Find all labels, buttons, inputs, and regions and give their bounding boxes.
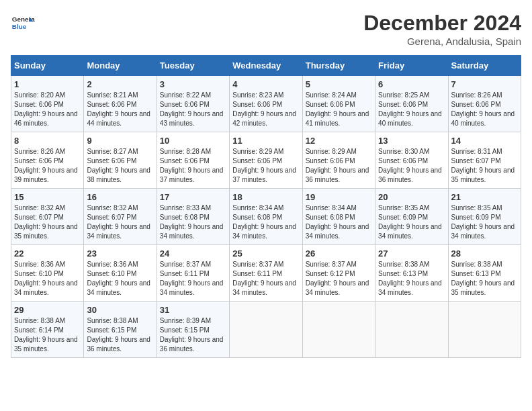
- day-info: Sunrise: 8:36 AMSunset: 6:10 PMDaylight:…: [14, 261, 78, 296]
- calendar-cell: 25 Sunrise: 8:37 AMSunset: 6:11 PMDaylig…: [230, 245, 302, 302]
- day-info: Sunrise: 8:24 AMSunset: 6:06 PMDaylight:…: [306, 91, 369, 127]
- weekday-tuesday: Tuesday: [157, 56, 229, 76]
- day-number: 11: [232, 136, 299, 146]
- calendar-table: SundayMondayTuesdayWednesdayThursdayFrid…: [11, 55, 521, 358]
- day-number: 7: [451, 79, 518, 89]
- calendar-cell: 4 Sunrise: 8:23 AMSunset: 6:06 PMDayligh…: [230, 76, 302, 132]
- day-info: Sunrise: 8:32 AMSunset: 6:07 PMDaylight:…: [87, 204, 150, 240]
- weekday-sunday: Sunday: [11, 56, 84, 76]
- day-number: 17: [160, 192, 226, 202]
- calendar-cell: 28 Sunrise: 8:38 AMSunset: 6:13 PMDaylig…: [448, 245, 521, 302]
- calendar-cell: 19 Sunrise: 8:34 AMSunset: 6:08 PMDaylig…: [302, 189, 375, 245]
- calendar-cell: [448, 302, 521, 358]
- calendar-cell: 30 Sunrise: 8:38 AMSunset: 6:15 PMDaylig…: [84, 302, 157, 358]
- calendar-cell: 14 Sunrise: 8:31 AMSunset: 6:07 PMDaylig…: [448, 132, 521, 189]
- day-info: Sunrise: 8:28 AMSunset: 6:06 PMDaylight:…: [160, 148, 224, 183]
- day-info: Sunrise: 8:26 AMSunset: 6:06 PMDaylight:…: [451, 91, 515, 127]
- logo-icon: General Blue: [11, 11, 35, 35]
- calendar-cell: 12 Sunrise: 8:29 AMSunset: 6:06 PMDaylig…: [302, 132, 375, 189]
- day-number: 14: [451, 136, 518, 146]
- calendar-cell: [230, 302, 302, 358]
- day-number: 22: [14, 248, 81, 259]
- day-info: Sunrise: 8:20 AMSunset: 6:06 PMDaylight:…: [14, 91, 78, 127]
- day-info: Sunrise: 8:26 AMSunset: 6:06 PMDaylight:…: [14, 148, 78, 183]
- day-number: 16: [87, 192, 153, 202]
- calendar-cell: 15 Sunrise: 8:32 AMSunset: 6:07 PMDaylig…: [11, 189, 84, 245]
- calendar-cell: 31 Sunrise: 8:39 AMSunset: 6:15 PMDaylig…: [157, 302, 229, 358]
- calendar-cell: [302, 302, 375, 358]
- day-info: Sunrise: 8:23 AMSunset: 6:06 PMDaylight:…: [232, 91, 296, 127]
- calendar-cell: 22 Sunrise: 8:36 AMSunset: 6:10 PMDaylig…: [11, 245, 84, 302]
- day-info: Sunrise: 8:39 AMSunset: 6:15 PMDaylight:…: [160, 317, 224, 353]
- calendar-cell: 3 Sunrise: 8:22 AMSunset: 6:06 PMDayligh…: [157, 76, 229, 132]
- calendar-cell: 2 Sunrise: 8:21 AMSunset: 6:06 PMDayligh…: [84, 76, 157, 132]
- day-info: Sunrise: 8:38 AMSunset: 6:13 PMDaylight:…: [451, 261, 515, 296]
- calendar-cell: 20 Sunrise: 8:35 AMSunset: 6:09 PMDaylig…: [375, 189, 448, 245]
- day-info: Sunrise: 8:22 AMSunset: 6:06 PMDaylight:…: [160, 91, 224, 127]
- day-number: 4: [232, 79, 299, 89]
- calendar-cell: 9 Sunrise: 8:27 AMSunset: 6:06 PMDayligh…: [84, 132, 157, 189]
- month-title: December 2024: [363, 11, 521, 36]
- calendar-cell: 1 Sunrise: 8:20 AMSunset: 6:06 PMDayligh…: [11, 76, 84, 132]
- day-info: Sunrise: 8:27 AMSunset: 6:06 PMDaylight:…: [87, 148, 150, 183]
- day-info: Sunrise: 8:34 AMSunset: 6:08 PMDaylight:…: [306, 204, 369, 240]
- day-info: Sunrise: 8:33 AMSunset: 6:08 PMDaylight:…: [160, 204, 224, 240]
- day-info: Sunrise: 8:32 AMSunset: 6:07 PMDaylight:…: [14, 204, 78, 240]
- day-number: 1: [14, 79, 81, 89]
- weekday-header-row: SundayMondayTuesdayWednesdayThursdayFrid…: [11, 56, 521, 76]
- day-number: 12: [306, 136, 372, 146]
- day-number: 25: [232, 248, 299, 259]
- day-number: 8: [14, 136, 81, 146]
- calendar-cell: 8 Sunrise: 8:26 AMSunset: 6:06 PMDayligh…: [11, 132, 84, 189]
- calendar-week-2: 8 Sunrise: 8:26 AMSunset: 6:06 PMDayligh…: [11, 132, 521, 189]
- logo: General Blue: [11, 11, 35, 35]
- calendar-cell: 17 Sunrise: 8:33 AMSunset: 6:08 PMDaylig…: [157, 189, 229, 245]
- weekday-friday: Friday: [375, 56, 448, 76]
- day-number: 5: [306, 79, 372, 89]
- day-number: 31: [160, 305, 226, 315]
- calendar-cell: 26 Sunrise: 8:37 AMSunset: 6:12 PMDaylig…: [302, 245, 375, 302]
- page-header: General Blue December 2024 Gerena, Andal…: [11, 11, 521, 47]
- weekday-wednesday: Wednesday: [230, 56, 302, 76]
- day-number: 18: [232, 192, 299, 202]
- day-number: 15: [14, 192, 81, 202]
- weekday-thursday: Thursday: [302, 56, 375, 76]
- calendar-week-3: 15 Sunrise: 8:32 AMSunset: 6:07 PMDaylig…: [11, 189, 521, 245]
- calendar-week-5: 29 Sunrise: 8:38 AMSunset: 6:14 PMDaylig…: [11, 302, 521, 358]
- calendar-cell: 10 Sunrise: 8:28 AMSunset: 6:06 PMDaylig…: [157, 132, 229, 189]
- day-info: Sunrise: 8:35 AMSunset: 6:09 PMDaylight:…: [378, 204, 442, 240]
- day-info: Sunrise: 8:38 AMSunset: 6:13 PMDaylight:…: [378, 261, 442, 296]
- day-number: 6: [378, 79, 445, 89]
- day-info: Sunrise: 8:21 AMSunset: 6:06 PMDaylight:…: [87, 91, 150, 127]
- day-info: Sunrise: 8:37 AMSunset: 6:11 PMDaylight:…: [232, 261, 296, 296]
- day-info: Sunrise: 8:36 AMSunset: 6:10 PMDaylight:…: [87, 261, 150, 296]
- day-number: 2: [87, 79, 153, 89]
- calendar-cell: 11 Sunrise: 8:29 AMSunset: 6:06 PMDaylig…: [230, 132, 302, 189]
- calendar-cell: 23 Sunrise: 8:36 AMSunset: 6:10 PMDaylig…: [84, 245, 157, 302]
- day-info: Sunrise: 8:31 AMSunset: 6:07 PMDaylight:…: [451, 148, 515, 183]
- day-number: 10: [160, 136, 226, 146]
- day-number: 26: [306, 248, 372, 259]
- calendar-week-1: 1 Sunrise: 8:20 AMSunset: 6:06 PMDayligh…: [11, 76, 521, 132]
- calendar-cell: 29 Sunrise: 8:38 AMSunset: 6:14 PMDaylig…: [11, 302, 84, 358]
- day-number: 29: [14, 305, 81, 315]
- day-number: 21: [451, 192, 518, 202]
- day-info: Sunrise: 8:38 AMSunset: 6:15 PMDaylight:…: [87, 317, 150, 353]
- weekday-monday: Monday: [84, 56, 157, 76]
- day-info: Sunrise: 8:37 AMSunset: 6:12 PMDaylight:…: [306, 261, 369, 296]
- calendar-body: 1 Sunrise: 8:20 AMSunset: 6:06 PMDayligh…: [11, 76, 521, 358]
- calendar-cell: 7 Sunrise: 8:26 AMSunset: 6:06 PMDayligh…: [448, 76, 521, 132]
- calendar-cell: [375, 302, 448, 358]
- day-number: 19: [306, 192, 372, 202]
- day-info: Sunrise: 8:37 AMSunset: 6:11 PMDaylight:…: [160, 261, 224, 296]
- day-info: Sunrise: 8:29 AMSunset: 6:06 PMDaylight:…: [306, 148, 369, 183]
- title-block: December 2024 Gerena, Andalusia, Spain: [363, 11, 521, 47]
- day-info: Sunrise: 8:25 AMSunset: 6:06 PMDaylight:…: [378, 91, 442, 127]
- calendar-cell: 18 Sunrise: 8:34 AMSunset: 6:08 PMDaylig…: [230, 189, 302, 245]
- day-number: 23: [87, 248, 153, 259]
- day-info: Sunrise: 8:34 AMSunset: 6:08 PMDaylight:…: [232, 204, 296, 240]
- day-info: Sunrise: 8:38 AMSunset: 6:14 PMDaylight:…: [14, 317, 78, 353]
- day-number: 30: [87, 305, 153, 315]
- calendar-cell: 21 Sunrise: 8:35 AMSunset: 6:09 PMDaylig…: [448, 189, 521, 245]
- day-number: 27: [378, 248, 445, 259]
